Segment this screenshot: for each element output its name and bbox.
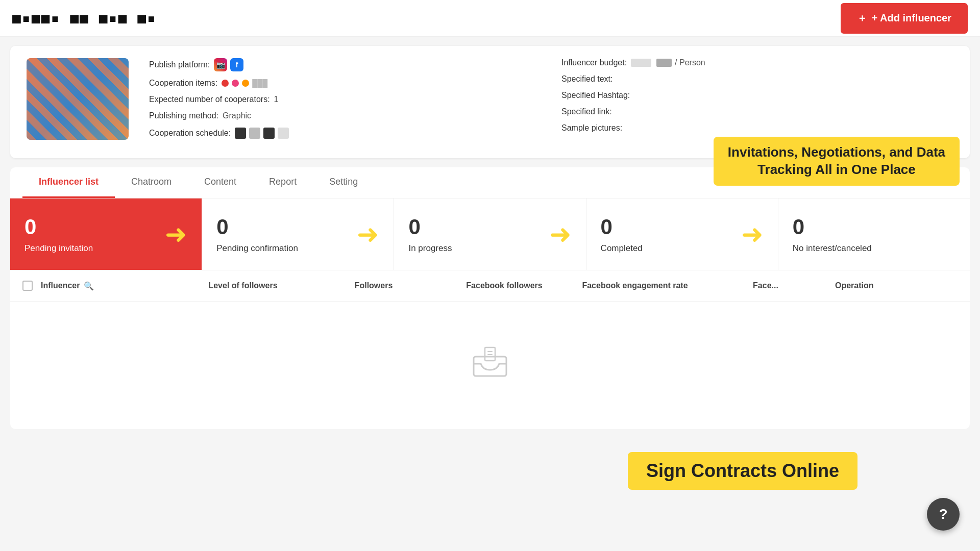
- cooperation-schedule-label: Cooperation schedule:: [149, 129, 231, 138]
- plus-icon: ＋: [857, 11, 867, 25]
- campaign-details-right: Influencer budget: / Person Specified te…: [561, 58, 953, 140]
- logo-text: ■▪■■▪ ■■ ■▪■ ■▪: [12, 10, 157, 27]
- status-card-content-3: 0 Completed: [601, 215, 643, 254]
- status-cards-section: 0 Pending invitation ➜ 0 Pending confirm…: [10, 198, 970, 270]
- sample-pictures-row: Sample pictures:: [561, 123, 953, 133]
- status-card-in-progress[interactable]: 0 In progress ➜: [394, 198, 586, 270]
- status-card-content-4: 0 No interest/canceled: [793, 215, 872, 254]
- specified-text-row: Specified text:: [561, 74, 953, 84]
- col-level-of-followers-header: Level of followers: [182, 281, 304, 290]
- arrow-icon-3: ➜: [741, 219, 764, 249]
- expected-cooperators-value: 1: [274, 95, 279, 104]
- arrow-icon-0: ➜: [165, 219, 187, 249]
- pending-confirmation-label: Pending confirmation: [216, 243, 298, 254]
- add-influencer-label: + Add influencer: [871, 12, 951, 24]
- schedule-box-2: [249, 128, 260, 139]
- expected-cooperators-label: Expected number of cooperators:: [149, 95, 270, 104]
- arrow-icon-1: ➜: [357, 219, 379, 249]
- status-card-no-interest[interactable]: 0 No interest/canceled: [778, 198, 970, 270]
- instagram-icon: 📷: [214, 58, 227, 71]
- col-influencer-header: Influencer 🔍: [41, 281, 174, 291]
- inbox-empty-icon: [470, 342, 510, 378]
- completed-count: 0: [601, 215, 643, 239]
- pending-confirmation-count: 0: [216, 215, 298, 239]
- dot-pink: [232, 80, 239, 87]
- publishing-method-label: Publishing method:: [149, 111, 218, 120]
- status-card-content-0: 0 Pending invitation: [24, 215, 93, 254]
- table-header: Influencer 🔍 Level of followers Follower…: [10, 270, 970, 302]
- arrow-icon-2: ➜: [549, 219, 572, 249]
- col-operation-header: Operation: [835, 281, 958, 290]
- dot-red: [222, 80, 229, 87]
- tabs-section: Influencer list Chatroom Content Report …: [10, 167, 970, 198]
- in-progress-label: In progress: [408, 243, 452, 254]
- tab-content[interactable]: Content: [188, 167, 253, 198]
- no-interest-count: 0: [793, 215, 872, 239]
- col-followers-header: Followers: [312, 281, 435, 290]
- face-truncated-col-label: Face...: [753, 281, 778, 290]
- pending-invitation-label: Pending invitation: [24, 243, 93, 254]
- pending-invitation-count: 0: [24, 215, 93, 239]
- cooperation-items-value: ███: [222, 79, 267, 87]
- sample-pictures-label: Sample pictures:: [561, 123, 622, 133]
- tab-influencer-list[interactable]: Influencer list: [22, 167, 115, 198]
- influencer-budget-row: Influencer budget: / Person: [561, 58, 953, 67]
- specified-hashtag-label: Specified Hashtag:: [561, 91, 630, 100]
- status-card-content-1: 0 Pending confirmation: [216, 215, 298, 254]
- cooperation-items-row: Cooperation items: ███: [149, 79, 541, 88]
- add-influencer-button[interactable]: ＋ + Add influencer: [841, 3, 968, 34]
- no-interest-label: No interest/canceled: [793, 243, 872, 254]
- svg-rect-0: [474, 357, 506, 376]
- facebook-engagement-col-label: Facebook engagement rate: [582, 281, 688, 290]
- influencer-search-icon[interactable]: 🔍: [84, 281, 94, 291]
- expected-cooperators-row: Expected number of cooperators: 1: [149, 95, 541, 104]
- in-progress-count: 0: [408, 215, 452, 239]
- empty-state: [10, 302, 970, 419]
- cooperation-items-label: Cooperation items:: [149, 79, 217, 88]
- table-section: Influencer 🔍 Level of followers Follower…: [10, 270, 970, 429]
- status-card-pending-confirmation[interactable]: 0 Pending confirmation ➜: [202, 198, 394, 270]
- facebook-followers-col-label: Facebook followers: [466, 281, 542, 290]
- publish-platform-value: 📷 f: [214, 58, 243, 71]
- schedule-box-3: [263, 128, 275, 139]
- tab-chatroom[interactable]: Chatroom: [115, 167, 188, 198]
- cooperation-schedule-value: [235, 128, 289, 139]
- schedule-boxes: [235, 128, 289, 139]
- completed-label: Completed: [601, 243, 643, 254]
- specified-link-label: Specified link:: [561, 107, 612, 116]
- publishing-method-value: Graphic: [223, 111, 251, 120]
- status-cards: 0 Pending invitation ➜ 0 Pending confirm…: [10, 198, 970, 270]
- influencer-budget-value: / Person: [631, 58, 705, 67]
- select-all-checkbox[interactable]: [22, 281, 33, 291]
- col-facebook-engagement-header: Facebook engagement rate: [574, 281, 696, 290]
- publishing-method-row: Publishing method: Graphic: [149, 111, 541, 120]
- promo-banner-line2: Tracking All in One Place: [728, 161, 945, 179]
- specified-hashtag-row: Specified Hashtag:: [561, 91, 953, 100]
- tab-report[interactable]: Report: [253, 167, 313, 198]
- influencer-col-label: Influencer: [41, 281, 80, 290]
- publish-platform-row: Publish platform: 📷 f: [149, 58, 541, 71]
- cooperation-schedule-row: Cooperation schedule:: [149, 128, 541, 139]
- col-face-truncated-header: Face...: [704, 281, 827, 290]
- campaign-details-left: Publish platform: 📷 f Cooperation items:…: [149, 58, 541, 146]
- help-button[interactable]: ?: [927, 498, 960, 531]
- tab-setting[interactable]: Setting: [313, 167, 374, 198]
- header: ■▪■■▪ ■■ ■▪■ ■▪ ＋ + Add influencer: [0, 0, 980, 37]
- status-card-content-2: 0 In progress: [408, 215, 452, 254]
- publish-platform-label: Publish platform:: [149, 60, 210, 69]
- schedule-box-1: [235, 128, 246, 139]
- col-facebook-followers-header: Facebook followers: [443, 281, 566, 290]
- sign-contracts-banner: Sign Contracts Online: [628, 452, 857, 490]
- specified-text-label: Specified text:: [561, 74, 613, 84]
- help-button-label: ?: [939, 506, 947, 522]
- specified-link-row: Specified link:: [561, 107, 953, 116]
- promo-banner: Invitations, Negotiations, and Data Trac…: [714, 137, 960, 186]
- influencer-budget-label: Influencer budget:: [561, 58, 627, 67]
- status-card-completed[interactable]: 0 Completed ➜: [586, 198, 778, 270]
- influencer-budget-person: / Person: [675, 58, 705, 67]
- schedule-box-4: [278, 128, 289, 139]
- followers-col-label: Followers: [355, 281, 393, 290]
- tabs-wrapper: Influencer list Chatroom Content Report …: [0, 167, 980, 198]
- status-card-pending-invitation[interactable]: 0 Pending invitation ➜: [10, 198, 202, 270]
- dot-orange: [242, 80, 249, 87]
